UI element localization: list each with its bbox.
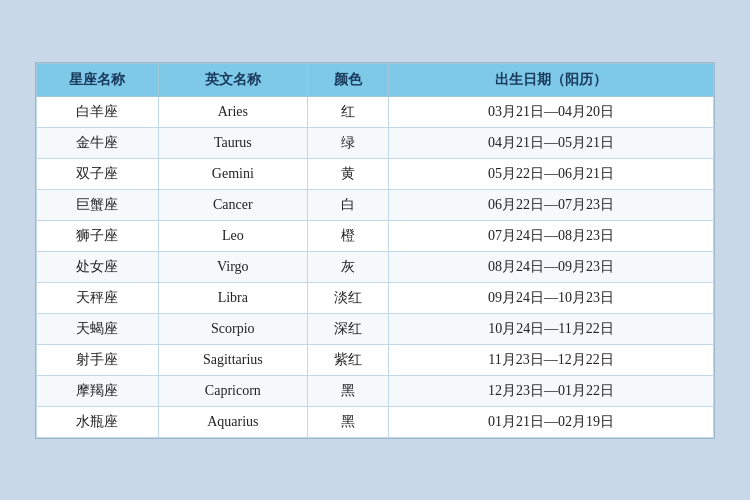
cell-english: Leo	[158, 220, 307, 251]
cell-english: Taurus	[158, 127, 307, 158]
cell-color: 绿	[307, 127, 388, 158]
cell-chinese: 水瓶座	[37, 406, 159, 437]
cell-date: 09月24日—10月23日	[389, 282, 714, 313]
cell-color: 深红	[307, 313, 388, 344]
table-header-row: 星座名称 英文名称 颜色 出生日期（阳历）	[37, 63, 714, 96]
header-chinese: 星座名称	[37, 63, 159, 96]
cell-english: Aquarius	[158, 406, 307, 437]
table-row: 狮子座Leo橙07月24日—08月23日	[37, 220, 714, 251]
table-body: 白羊座Aries红03月21日—04月20日金牛座Taurus绿04月21日—0…	[37, 96, 714, 437]
cell-date: 05月22日—06月21日	[389, 158, 714, 189]
table-row: 射手座Sagittarius紫红11月23日—12月22日	[37, 344, 714, 375]
cell-color: 黑	[307, 375, 388, 406]
cell-date: 04月21日—05月21日	[389, 127, 714, 158]
cell-chinese: 摩羯座	[37, 375, 159, 406]
cell-english: Virgo	[158, 251, 307, 282]
cell-date: 08月24日—09月23日	[389, 251, 714, 282]
cell-chinese: 狮子座	[37, 220, 159, 251]
table-row: 金牛座Taurus绿04月21日—05月21日	[37, 127, 714, 158]
table-row: 天秤座Libra淡红09月24日—10月23日	[37, 282, 714, 313]
cell-chinese: 天蝎座	[37, 313, 159, 344]
cell-date: 10月24日—11月22日	[389, 313, 714, 344]
cell-chinese: 白羊座	[37, 96, 159, 127]
table-row: 处女座Virgo灰08月24日—09月23日	[37, 251, 714, 282]
cell-color: 黑	[307, 406, 388, 437]
cell-chinese: 射手座	[37, 344, 159, 375]
cell-date: 06月22日—07月23日	[389, 189, 714, 220]
cell-english: Gemini	[158, 158, 307, 189]
table-row: 摩羯座Capricorn黑12月23日—01月22日	[37, 375, 714, 406]
cell-color: 白	[307, 189, 388, 220]
cell-date: 07月24日—08月23日	[389, 220, 714, 251]
zodiac-table-container: 星座名称 英文名称 颜色 出生日期（阳历） 白羊座Aries红03月21日—04…	[35, 62, 715, 439]
cell-color: 紫红	[307, 344, 388, 375]
cell-color: 橙	[307, 220, 388, 251]
cell-chinese: 天秤座	[37, 282, 159, 313]
cell-english: Scorpio	[158, 313, 307, 344]
table-row: 天蝎座Scorpio深红10月24日—11月22日	[37, 313, 714, 344]
table-row: 双子座Gemini黄05月22日—06月21日	[37, 158, 714, 189]
cell-date: 01月21日—02月19日	[389, 406, 714, 437]
cell-english: Capricorn	[158, 375, 307, 406]
cell-color: 黄	[307, 158, 388, 189]
cell-color: 灰	[307, 251, 388, 282]
cell-chinese: 金牛座	[37, 127, 159, 158]
cell-date: 03月21日—04月20日	[389, 96, 714, 127]
cell-english: Libra	[158, 282, 307, 313]
zodiac-table: 星座名称 英文名称 颜色 出生日期（阳历） 白羊座Aries红03月21日—04…	[36, 63, 714, 438]
cell-color: 淡红	[307, 282, 388, 313]
cell-chinese: 双子座	[37, 158, 159, 189]
cell-color: 红	[307, 96, 388, 127]
header-english: 英文名称	[158, 63, 307, 96]
table-row: 巨蟹座Cancer白06月22日—07月23日	[37, 189, 714, 220]
header-color: 颜色	[307, 63, 388, 96]
cell-date: 11月23日—12月22日	[389, 344, 714, 375]
table-row: 白羊座Aries红03月21日—04月20日	[37, 96, 714, 127]
cell-chinese: 巨蟹座	[37, 189, 159, 220]
header-date: 出生日期（阳历）	[389, 63, 714, 96]
cell-english: Sagittarius	[158, 344, 307, 375]
cell-english: Cancer	[158, 189, 307, 220]
cell-chinese: 处女座	[37, 251, 159, 282]
table-row: 水瓶座Aquarius黑01月21日—02月19日	[37, 406, 714, 437]
cell-english: Aries	[158, 96, 307, 127]
cell-date: 12月23日—01月22日	[389, 375, 714, 406]
